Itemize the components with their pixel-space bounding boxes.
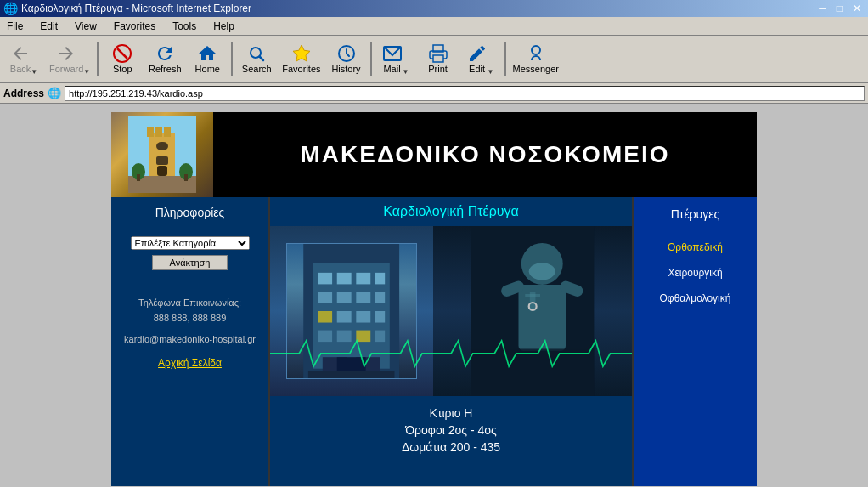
forward-icon — [56, 43, 76, 64]
wing-link-surgery[interactable]: Χειρουργική — [640, 263, 750, 282]
favorites-button[interactable]: Favorites — [279, 38, 324, 79]
print-button[interactable]: Print — [418, 38, 459, 79]
search-label: Search — [242, 64, 272, 74]
edit-button[interactable]: Edit ▼ — [460, 38, 501, 79]
svg-line-3 — [260, 57, 264, 61]
content-area: ΜΑΚΕΔΟΝΙΚΟ ΝΟΣΟΚΟΜΕΙΟ Πληροφορίες Επιλέξ… — [0, 104, 868, 487]
svg-rect-30 — [356, 292, 370, 303]
svg-rect-29 — [337, 292, 352, 303]
svg-point-8 — [532, 46, 540, 54]
edit-arrow-icon[interactable]: ▼ — [488, 68, 494, 76]
address-label: Address — [3, 88, 44, 99]
back-button[interactable]: Back ▼ — [3, 38, 44, 79]
favorites-label: Favorites — [282, 64, 320, 74]
svg-rect-28 — [318, 292, 332, 303]
header-title: ΜΑΚΕΔΟΝΙΚΟ ΝΟΣΟΚΟΜΕΙΟ — [213, 141, 757, 168]
forward-arrow-icon[interactable]: ▼ — [83, 68, 90, 76]
svg-rect-17 — [157, 166, 167, 176]
svg-rect-7 — [433, 55, 443, 62]
svg-rect-15 — [156, 142, 168, 150]
svg-rect-25 — [337, 273, 352, 285]
three-col: Πληροφορίες Επιλέξτε Κατηγορία Ανάκτηση … — [111, 197, 757, 486]
maximize-btn[interactable]: □ — [833, 3, 846, 14]
stop-button[interactable]: Stop — [102, 38, 143, 79]
cardio-image — [270, 226, 632, 396]
forward-button[interactable]: Forward ▼ — [46, 38, 93, 79]
close-btn[interactable]: ✕ — [849, 3, 865, 14]
menu-bar: File Edit View Favorites Tools Help — [0, 17, 868, 36]
window-title: Καρδιολογική Πτέρυγα - Microsoft Interne… — [21, 3, 251, 14]
history-label: History — [331, 64, 360, 74]
svg-rect-21 — [184, 174, 188, 181]
tower-image — [128, 116, 196, 193]
wing-link-orthopedic[interactable]: Ορθοπεδική — [640, 238, 750, 257]
refresh-button[interactable]: Refresh — [144, 38, 185, 79]
right-col-header: Πτέρυγες — [640, 204, 750, 224]
left-col-header: Πληροφορίες — [120, 206, 260, 219]
page-header: ΜΑΚΕΔΟΝΙΚΟ ΝΟΣΟΚΟΜΕΙΟ — [111, 112, 757, 197]
header-image — [111, 112, 213, 197]
print-icon — [428, 43, 448, 64]
category-select[interactable]: Επιλέξτε Κατηγορία — [131, 236, 250, 250]
mail-arrow-icon[interactable]: ▼ — [403, 68, 409, 76]
svg-rect-24 — [318, 273, 332, 285]
svg-rect-43 — [308, 371, 395, 378]
svg-point-46 — [528, 263, 555, 280]
forward-label: Forward — [49, 64, 83, 74]
home-label: Home — [195, 64, 220, 74]
mail-label: Mail — [383, 64, 400, 74]
back-icon — [10, 43, 31, 64]
middle-col: Καρδιολογική Πτέρυγα — [268, 197, 634, 486]
home-button[interactable]: Home — [187, 38, 228, 79]
search-icon — [246, 43, 267, 64]
minimize-btn[interactable]: ─ — [815, 3, 830, 14]
back-arrow-icon[interactable]: ▼ — [31, 68, 37, 76]
contact-info: Τηλέφωνα Επικοινωνίας: 888 888, 888 889 — [120, 296, 260, 326]
ie-icon: 🌐 — [3, 2, 18, 15]
retrieve-button[interactable]: Ανάκτηση — [152, 255, 228, 270]
refresh-icon — [155, 43, 175, 64]
wing-link-ophthalmology[interactable]: Οφθαλμολογική — [640, 289, 750, 308]
toolbar-sep-4 — [504, 42, 506, 76]
toolbar-sep-1 — [97, 42, 99, 76]
building-label: Κτιριο Η — [280, 406, 622, 420]
messenger-icon — [526, 43, 546, 64]
toolbar: Back ▼ Forward ▼ Stop Refresh — [0, 36, 868, 83]
svg-rect-34 — [356, 311, 370, 323]
stop-icon — [112, 43, 132, 64]
ecg-line — [270, 337, 632, 371]
home-link[interactable]: Αρχική Σελίδα — [120, 357, 260, 369]
medical-panel — [433, 226, 632, 396]
rooms-label: Δωμάτια 200 - 435 — [280, 440, 622, 454]
menu-file[interactable]: File — [3, 20, 26, 32]
print-label: Print — [428, 64, 448, 74]
email-info: kardio@makedoniko-hospital.gr — [120, 334, 260, 344]
menu-edit[interactable]: Edit — [37, 20, 61, 32]
menu-view[interactable]: View — [71, 20, 100, 32]
mail-icon — [382, 43, 403, 64]
address-input[interactable] — [65, 86, 865, 101]
svg-rect-16 — [156, 156, 168, 165]
webpage: ΜΑΚΕΔΟΝΙΚΟ ΝΟΣΟΚΟΜΕΙΟ Πληροφορίες Επιλέξ… — [111, 112, 757, 486]
messenger-button[interactable]: Messenger — [510, 38, 562, 79]
search-button[interactable]: Search — [236, 38, 277, 79]
contact-title: Τηλέφωνα Επικοινωνίας: — [138, 297, 241, 308]
info-box: Κτιριο Η Όροφοι 2ος - 4ος Δωμάτια 200 - … — [270, 396, 632, 464]
floors-label: Όροφοι 2ος - 4ος — [280, 423, 622, 437]
middle-col-header: Καρδιολογική Πτέρυγα — [270, 197, 632, 226]
building-panel — [270, 226, 433, 396]
history-button[interactable]: History — [326, 38, 367, 79]
mail-button[interactable]: Mail ▼ — [375, 38, 416, 79]
svg-rect-35 — [375, 311, 385, 323]
menu-help[interactable]: Help — [210, 20, 238, 32]
svg-rect-19 — [137, 174, 140, 181]
menu-tools[interactable]: Tools — [169, 20, 200, 32]
home-icon — [197, 43, 217, 64]
svg-rect-27 — [375, 273, 385, 285]
title-bar: 🌐 Καρδιολογική Πτέρυγα - Microsoft Inter… — [0, 0, 868, 17]
edit-label: Edit — [469, 64, 485, 74]
svg-rect-51 — [525, 294, 540, 297]
back-label: Back — [10, 64, 31, 74]
menu-favorites[interactable]: Favorites — [110, 20, 159, 32]
page-icon: 🌐 — [48, 87, 61, 99]
